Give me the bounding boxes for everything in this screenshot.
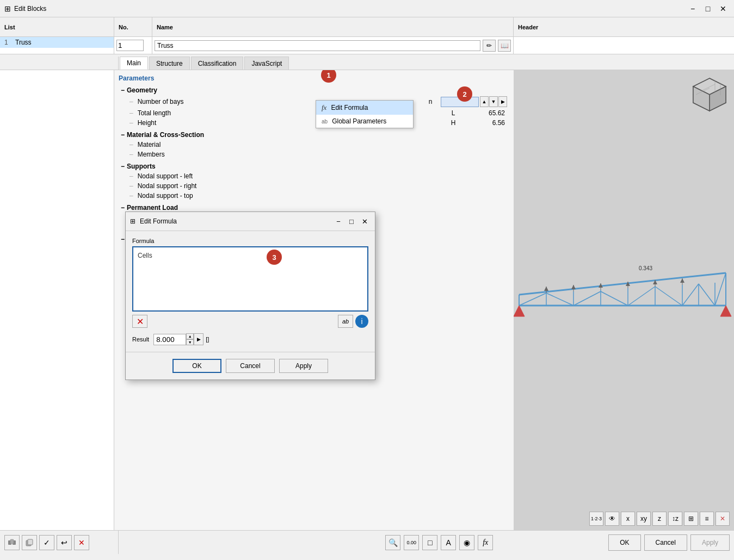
- param-material: – Material: [119, 140, 509, 150]
- dialog-cancel-button[interactable]: Cancel: [226, 359, 275, 373]
- canvas-btn-close[interactable]: ✕: [716, 512, 730, 526]
- formula-fx-btn[interactable]: ab: [338, 315, 353, 328]
- svg-line-11: [519, 273, 726, 295]
- collapse-icon-perm: −: [121, 204, 125, 211]
- add-block-btn[interactable]: [4, 535, 20, 550]
- canvas-btn-x[interactable]: x: [621, 512, 635, 526]
- name-input[interactable]: Truss: [155, 40, 480, 51]
- result-spinner-down[interactable]: ▼: [186, 339, 194, 345]
- dialog-ok-button[interactable]: OK: [172, 359, 221, 373]
- material-label: Material & Cross-Section: [127, 131, 204, 139]
- no-input[interactable]: 1: [116, 40, 144, 51]
- canvas-panel: 0.343 1·2·3 👁 x xy z ↕z ⊞ ≡ ✕: [514, 70, 734, 530]
- supports-group-header[interactable]: − Supports: [119, 161, 509, 171]
- truss-svg: 0.343: [514, 114, 734, 530]
- dialog-maximize-btn[interactable]: □: [346, 215, 357, 227]
- title-bar-title: Edit Blocks: [14, 5, 686, 13]
- formula-toolbar: ✕ ab i: [132, 315, 368, 328]
- svg-line-28: [655, 287, 682, 306]
- footer-search-btn[interactable]: 🔍: [385, 535, 400, 550]
- material-group-header[interactable]: − Material & Cross-Section: [119, 130, 509, 140]
- header-right: Header: [514, 17, 734, 36]
- param-total-length: – Total length L 65.62: [119, 108, 509, 118]
- formula-label: Formula: [132, 238, 368, 244]
- minimize-button[interactable]: −: [686, 2, 699, 15]
- canvas-btn-xy[interactable]: xy: [637, 512, 651, 526]
- list-item[interactable]: 1 Truss: [0, 37, 114, 48]
- svg-marker-37: [571, 285, 576, 289]
- spinner-down[interactable]: ▼: [489, 96, 498, 107]
- footer-ok-button[interactable]: OK: [608, 534, 640, 551]
- supports-group: − Supports – Nodal support - left – Noda…: [119, 161, 509, 201]
- result-input[interactable]: [153, 334, 186, 345]
- svg-marker-33: [720, 306, 731, 316]
- name-cell: Truss ✏ 📖: [152, 37, 514, 54]
- close-button[interactable]: ✕: [717, 2, 730, 15]
- result-spinner-up[interactable]: ▲: [186, 333, 194, 339]
- geometry-group-header[interactable]: − Geometry: [119, 85, 509, 95]
- tab-structure[interactable]: Structure: [149, 57, 190, 70]
- maximize-button[interactable]: □: [701, 2, 714, 15]
- footer-buttons: 🔍 0.00 □ A ◉ fx OK Cancel Apply: [385, 534, 730, 551]
- undo-btn[interactable]: ↩: [57, 535, 72, 550]
- canvas-toolbar: 1·2·3 👁 x xy z ↕z ⊞ ≡ ✕: [589, 512, 730, 526]
- footer-text-btn[interactable]: A: [441, 535, 456, 550]
- collapse-icon-mat: −: [121, 131, 125, 139]
- tab-classification[interactable]: Classification: [191, 57, 244, 70]
- result-unit: []: [206, 336, 209, 343]
- formula-delete-btn[interactable]: ✕: [132, 315, 147, 328]
- dialog-minimize-btn[interactable]: −: [332, 215, 344, 227]
- edit-name-button[interactable]: ✏: [483, 40, 496, 52]
- dropdown-item-edit-formula[interactable]: fx Edit Formula: [316, 101, 413, 115]
- dialog-icon: ⊞: [130, 217, 135, 225]
- dropdown-item-global-params[interactable]: ab Global Parameters: [316, 115, 413, 128]
- dialog-apply-button[interactable]: Apply: [279, 359, 328, 373]
- geometry-label: Geometry: [127, 86, 157, 94]
- edit-formula-label: Edit Formula: [331, 104, 368, 111]
- global-params-label: Global Parameters: [332, 117, 386, 125]
- canvas-btn-123[interactable]: 1·2·3: [589, 512, 603, 526]
- result-nav-btn[interactable]: ▶: [194, 333, 203, 345]
- edit-formula-dialog: ⊞ Edit Formula − □ ✕ Formula Cells ✕ ab …: [125, 211, 375, 380]
- dialog-close-btn[interactable]: ✕: [359, 215, 371, 227]
- footer-apply-button[interactable]: Apply: [690, 534, 730, 551]
- name-header: Name: [152, 17, 514, 36]
- footer-num-btn[interactable]: 0.00: [404, 535, 419, 550]
- footer-cancel-button[interactable]: Cancel: [644, 534, 687, 551]
- delete-block-btn[interactable]: ✕: [74, 535, 89, 550]
- left-panel: [0, 70, 114, 530]
- canvas-annotation: 0.343: [639, 265, 652, 271]
- formula-input[interactable]: Cells: [132, 246, 368, 312]
- header-right-cell: [514, 37, 734, 54]
- canvas-btn-eye[interactable]: 👁: [605, 512, 619, 526]
- spinner-group: ▲ ▼: [186, 333, 194, 345]
- check-btn[interactable]: ✓: [39, 535, 54, 550]
- tab-javascript[interactable]: JavaScript: [244, 57, 289, 70]
- footer-fx-btn[interactable]: fx: [478, 535, 493, 550]
- canvas-btn-box2[interactable]: ≡: [700, 512, 714, 526]
- dialog-body: Formula Cells ✕ ab i Result ▲: [126, 231, 375, 352]
- svg-line-31: [715, 273, 726, 306]
- footer-box-btn[interactable]: □: [422, 535, 437, 550]
- spinner-up[interactable]: ▲: [480, 96, 489, 107]
- canvas-btn-box1[interactable]: ⊞: [684, 512, 698, 526]
- svg-marker-35: [544, 287, 548, 291]
- header-row: List No. Name Header: [0, 17, 734, 37]
- canvas-btn-tz[interactable]: ↕z: [668, 512, 682, 526]
- step-circle-2: 2: [457, 86, 472, 102]
- param-members: – Members: [119, 150, 509, 159]
- copy-block-btn[interactable]: [22, 535, 37, 550]
- permanent-load-label: Permanent Load: [127, 204, 178, 211]
- material-group: − Material & Cross-Section – Material – …: [119, 130, 509, 159]
- book-button[interactable]: 📖: [498, 40, 511, 52]
- list-panel-body: 1 Truss: [0, 37, 114, 54]
- canvas-btn-z[interactable]: z: [652, 512, 667, 526]
- tab-main[interactable]: Main: [120, 57, 148, 70]
- footer-circle-btn[interactable]: ◉: [459, 535, 474, 550]
- expand-btn[interactable]: ▶: [498, 96, 507, 107]
- supports-label: Supports: [127, 163, 156, 170]
- dialog-title: Edit Formula: [140, 217, 328, 225]
- no-cell: 1: [114, 37, 152, 54]
- formula-info-btn[interactable]: i: [355, 315, 368, 328]
- collapse-icon: −: [121, 86, 125, 94]
